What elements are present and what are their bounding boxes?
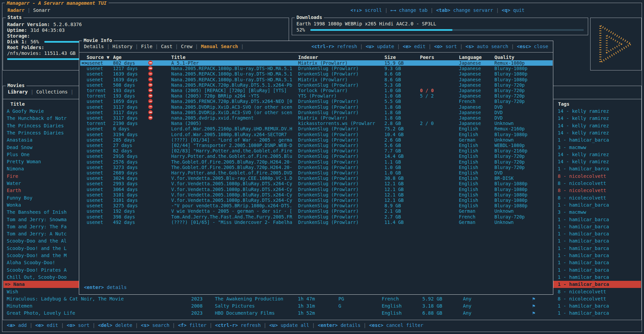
movie-rating: G xyxy=(338,302,341,310)
release-language: English xyxy=(459,165,478,170)
release-quality: Bluray-720p xyxy=(494,159,525,165)
release-row[interactable]: usenet2576 daysThe.Goblet.Of.Fire.2005.B… xyxy=(80,159,553,165)
release-row[interactable]: torrent2190 daysNana (2005)kickasstorren… xyxy=(80,121,553,126)
movie-row[interactable]: Great Photo, Lovely Life2023HBO Document… xyxy=(3,310,641,317)
release-row[interactable]: usenet192 daysV wie Vendetta - 2005 - ge… xyxy=(80,208,553,214)
release-source: usenet xyxy=(87,192,103,197)
release-row[interactable]: usenet3117 daysNana.2005.DVDRip.XviD.AC3… xyxy=(80,110,553,115)
release-row[interactable]: usenet3117 daysNana.2005.DVDRip.XviD.AC3… xyxy=(80,104,553,110)
movie-info-tab-cast[interactable]: Cast xyxy=(161,44,173,49)
movie-tag: 14 - kelly ramirez xyxy=(558,158,609,165)
release-size: 12.1 GB xyxy=(384,192,404,197)
release-age: 3194 days xyxy=(113,132,138,137)
release-language: Japanese xyxy=(459,82,481,88)
release-row[interactable]: usenet3275 days-"V pour vendetta.2005.BR… xyxy=(80,203,553,208)
movie-info-modal: Movie Info Details | History | File | Ca… xyxy=(79,41,553,295)
release-row[interactable]: usenet2689 daysHarry.Potter.and.the.Gobl… xyxy=(80,170,553,175)
movie-tag: 1 - hamilcar_barca xyxy=(558,302,609,310)
release-age: 3117 days xyxy=(113,110,138,115)
movie-tag: 1 - hamilcar_barca xyxy=(558,230,609,237)
release-title: -"V pour vendetta.2005.BRrip.1080p.x264-… xyxy=(171,203,292,208)
movie-runtime: 1h 52m xyxy=(298,310,315,317)
release-row[interactable]: torrent193 daysNana (2005) [REPACK] [720… xyxy=(80,88,553,93)
release-row[interactable]: usenet398 daysTom.And.Jerry.The.Fast.And… xyxy=(80,214,553,220)
release-quality: Bluray-720p xyxy=(494,153,525,159)
rejected-icon xyxy=(148,110,153,114)
release-size: 1.1 GB xyxy=(384,159,401,165)
release-row[interactable]: usenet0 daysLord.of.War.2005.2160p.BluRa… xyxy=(80,126,553,131)
release-indexer: DrunkenSlug (Prowlarr) xyxy=(298,137,359,143)
movie-info-tab-history[interactable]: History xyxy=(112,44,132,49)
movie-tag: 14 - kelly ramirez xyxy=(558,129,609,137)
movie-year: 2023 xyxy=(191,310,203,317)
movie-title: Nimona xyxy=(7,165,24,172)
release-row[interactable]: usenet508 daysNana.2005.REPACK.720p.BluR… xyxy=(80,82,553,88)
rejected-icon xyxy=(148,61,153,65)
release-row[interactable]: usenet3117 daysnana.2005.dvdrip.xvid.fra… xyxy=(80,115,553,121)
release-title: Nana.2005.REPACK.720p.BluRay.DTS.5.1.x26… xyxy=(171,82,292,88)
movie-rating: PG xyxy=(338,295,344,302)
release-row[interactable]: usenet82 days[02/83] "Harry.Potter.and.t… xyxy=(80,148,553,153)
movie-tag: 8 - nicolecolvett xyxy=(558,180,606,187)
modal-hint-key: <e> xyxy=(403,44,411,49)
release-language: English xyxy=(459,153,478,159)
movie-info-tab-crew[interactable]: Crew xyxy=(181,44,193,49)
release-size: 8.9 GB xyxy=(384,203,401,208)
release-language: German xyxy=(459,208,475,214)
release-title: Lord.of.War.2005.2160p.BluRay.UHD.REMUX.… xyxy=(171,126,292,131)
release-indexer: DrunkenSlug (Prowlarr) xyxy=(298,170,359,175)
movie-tag: 14 - kelly ramirez xyxy=(558,151,609,158)
release-row[interactable]: usenet1059 daysNana.2005.FRENCH.720p.Blu… xyxy=(80,99,553,104)
release-source: usenet xyxy=(87,66,103,71)
modal-hint-separator: | xyxy=(394,44,403,49)
release-indexer: DrunkenSlug (Prowlarr) xyxy=(298,104,359,110)
release-title-header[interactable]: Title xyxy=(171,55,185,60)
release-size: 12.1 GB xyxy=(384,181,404,186)
release-row[interactable]: usenet2993 daysV.for.Vendetta.2005.1080p… xyxy=(80,181,553,186)
movie-title: Wish xyxy=(7,288,18,295)
release-row[interactable]: usenet1217 daysNana.2005.REPACK.1080p.Bl… xyxy=(80,66,553,71)
release-age: 3275 days xyxy=(113,203,138,208)
release-row[interactable]: usenet285 days(????) [01/34] - "Lord of … xyxy=(80,137,553,143)
movie-studio: Salty Pictures xyxy=(215,302,255,310)
modal-hint-separator: | xyxy=(357,44,365,49)
release-age-header[interactable]: Age xyxy=(113,55,121,60)
release-size-header[interactable]: Size xyxy=(384,55,396,60)
release-row[interactable]: usenet3024 daysV.for.Vendetta.2005.Blu-r… xyxy=(80,175,553,181)
release-size: 1.8 GB xyxy=(384,110,401,115)
release-peers-header[interactable]: Peers xyxy=(420,55,434,60)
movie-row[interactable]: Miraculous: Ladybug & Cat Noir, The Movi… xyxy=(3,295,641,302)
release-row[interactable]: usenet3064 daysV.for.Vendetta.2005.1080p… xyxy=(80,187,553,192)
movie-info-tab-file[interactable]: File xyxy=(141,44,153,49)
release-size: 30.8 GB xyxy=(384,175,404,181)
release-language-header[interactable]: Language xyxy=(459,55,482,60)
release-age: 3117 days xyxy=(113,115,138,121)
movie-tag: 1 - hamilcar_barca xyxy=(558,223,609,230)
movie-info-tab-manual-search[interactable]: Manual Search xyxy=(201,44,238,49)
release-source-header[interactable]: Source ▼ xyxy=(87,55,109,60)
release-indexer-header[interactable]: Indexer xyxy=(298,55,318,60)
release-row[interactable]: usenet3101 daysV.for.Vendetta.2005.1080p… xyxy=(80,197,553,203)
release-size: 7.7 GB xyxy=(384,148,401,153)
release-source: torrent xyxy=(87,121,106,126)
release-row[interactable]: usenet3273 daysThe.Goblet.Of.Fire.2005.B… xyxy=(80,165,553,170)
modal-hint-key: <u> xyxy=(365,44,374,49)
release-row[interactable]: torrent193 daysNana (2005) 720p BRRip x2… xyxy=(80,93,553,99)
release-row[interactable]: usenet27 days[02/44] "Transporter 2.2005… xyxy=(80,143,553,148)
movie-size: 3.18 GB xyxy=(422,302,442,310)
release-row[interactable]: usenet1639 daysNana.2005.REPACK.1080p.Bl… xyxy=(80,77,553,82)
release-row[interactable]: usenet3194 daysLord.of.War.2005.1080p.Bl… xyxy=(80,132,553,137)
release-row[interactable]: usenet492 days(????) [01/65] - "Miss Und… xyxy=(80,220,553,225)
release-row[interactable]: =>usenet802 daysA 5.1-PTerMiatrix (Prowl… xyxy=(80,60,553,66)
release-row[interactable]: usenet3101 daysV.for.Vendetta.2005.1080p… xyxy=(80,192,553,197)
release-row[interactable]: usenet1639 daysNana.2005.REPACK.1080p.Bl… xyxy=(80,71,553,77)
movie-title: Scooby-Doo! Pirates A xyxy=(7,267,67,274)
movie-info-tab-details[interactable]: Details xyxy=(84,44,104,49)
release-row[interactable]: usenet2916 daysHarry.Potter.and.the.Gobl… xyxy=(80,153,553,159)
release-quality: WEBDL-1080p xyxy=(494,143,525,148)
release-quality-header[interactable]: Quality xyxy=(494,55,514,60)
modal-hint-label: close xyxy=(531,44,548,49)
movie-row[interactable]: Minutemen2008Salty Pictures1h 31mGEnglis… xyxy=(3,302,641,310)
movie-info-tab-separator: | xyxy=(104,44,112,49)
release-peers: 2 / 0 xyxy=(420,121,434,126)
